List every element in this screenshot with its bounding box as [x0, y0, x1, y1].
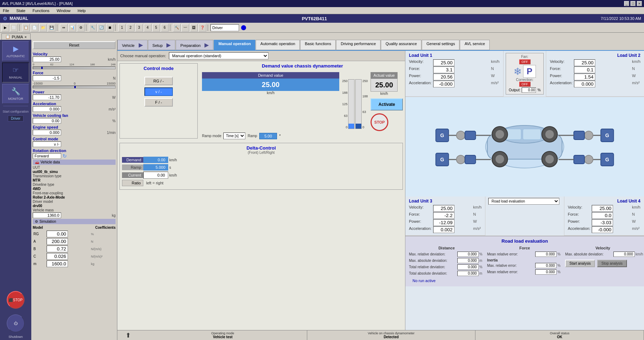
engine-speed-input[interactable]: [33, 130, 61, 135]
power-input[interactable]: [33, 95, 61, 100]
tab-setup[interactable]: Setup ▶: [148, 40, 176, 50]
shutdown-button[interactable]: ⏻: [7, 314, 25, 332]
driver-input[interactable]: [211, 24, 239, 31]
lu3-velocity-unit: km/h: [473, 205, 481, 212]
tab-driving-performance[interactable]: Driving performance: [336, 40, 380, 50]
toolbar-btn-2[interactable]: ⬜: [10, 24, 18, 32]
tab-preparation[interactable]: Preparation ▶: [176, 40, 213, 50]
toolbar-btn-15[interactable]: 3: [135, 24, 143, 32]
tab-basic-functions[interactable]: Basic functions: [300, 40, 336, 50]
rotation-direction-label: Rotation direction: [33, 149, 116, 153]
minimize-button[interactable]: _: [624, 1, 629, 6]
acceleration-label: Acceleration: [33, 102, 116, 106]
tab-avl-service[interactable]: AVL service: [460, 40, 489, 50]
toolbar-btn-21[interactable]: 🖼: [190, 24, 198, 32]
toolbar-btn-11[interactable]: 🔄: [97, 24, 105, 32]
rl-force-val-1[interactable]: [535, 252, 557, 257]
rl-inertia-val-2[interactable]: [535, 269, 557, 275]
velocity-slider[interactable]: [33, 66, 116, 69]
force-input[interactable]: [33, 75, 61, 81]
force-slider[interactable]: [33, 86, 116, 88]
sidebar-monitor[interactable]: 🔧 MONITOR: [2, 84, 29, 104]
activate-button[interactable]: Activate: [371, 98, 403, 110]
ctrl-btn-f[interactable]: F / -: [144, 98, 173, 107]
driver-model-value: drv00: [33, 204, 42, 208]
config-value[interactable]: Driver: [8, 115, 24, 122]
menu-functions[interactable]: Functions: [31, 8, 51, 13]
velocity-input[interactable]: [33, 56, 61, 62]
coef-val-m[interactable]: [47, 260, 68, 267]
toolbar-btn-13[interactable]: 1: [118, 24, 126, 32]
rl-dist-val-2[interactable]: [457, 258, 479, 263]
stop-analysis-button[interactable]: Stop analysis: [597, 260, 627, 267]
tab-general-settings[interactable]: General settings: [422, 40, 459, 50]
rl-dist-val-1[interactable]: [457, 252, 479, 257]
ramp-mode-select[interactable]: Time [s]: [223, 133, 245, 139]
road-load-eval-select[interactable]: Road load evaluation: [488, 198, 559, 205]
puma-tab-close[interactable]: ×: [25, 35, 27, 39]
tab-manual-operation[interactable]: Manual operation: [214, 40, 255, 50]
coef-val-c[interactable]: [47, 253, 68, 260]
rl-dist-val-4[interactable]: [457, 271, 479, 276]
toolbar-btn-10[interactable]: 🔧: [89, 24, 97, 32]
toolbar-btn-20[interactable]: 〰: [181, 24, 189, 32]
start-analysis-button[interactable]: Start analysis: [565, 260, 595, 267]
toolbar-btn-6[interactable]: 💾: [48, 24, 55, 32]
menu-file[interactable]: File: [1, 8, 11, 13]
vehicle-mass-input[interactable]: [33, 212, 61, 218]
menu-window[interactable]: Window: [55, 8, 72, 13]
toolbar-btn-5[interactable]: 📁: [39, 24, 47, 32]
rotation-icon[interactable]: ↻: [63, 153, 67, 159]
rl-inertia-val-1[interactable]: [535, 263, 557, 268]
coef-val-a[interactable]: [47, 238, 68, 245]
toolbar-btn-14[interactable]: 2: [127, 24, 134, 32]
stop-button[interactable]: ⬛ STOP: [7, 291, 25, 309]
stop-circle-button[interactable]: STOP: [371, 113, 388, 131]
toolbar-btn-8[interactable]: 📊: [68, 24, 76, 32]
fan-off-button[interactable]: OFF: [519, 59, 531, 64]
operation-select[interactable]: Manual operation (standard): [169, 52, 268, 59]
toolbar-btn-1[interactable]: ▶: [1, 24, 9, 32]
menu-help[interactable]: Help: [76, 8, 87, 13]
toolbar-btn-18[interactable]: 6: [161, 24, 169, 32]
maximize-button[interactable]: □: [630, 1, 635, 6]
fan-correction-off-button[interactable]: OFF: [519, 82, 531, 87]
coef-val-rg[interactable]: [47, 231, 68, 237]
load-units-bottom-row: Load Unit 3 Velocity: km/h Force: N Powe…: [405, 196, 644, 236]
acceleration-input[interactable]: [33, 106, 61, 112]
tab-automatic-operation[interactable]: Automatic operation: [256, 40, 300, 50]
toolbar-btn-3[interactable]: 📋: [22, 24, 30, 32]
ctrl-btn-v[interactable]: v / -: [144, 87, 173, 96]
vehicle-cooling-fan-input[interactable]: [33, 118, 61, 124]
sidebar-automatic[interactable]: ▶ AUTOMATIC: [2, 41, 29, 61]
delta-demand-value[interactable]: [143, 157, 168, 163]
toolbar-btn-17[interactable]: 5: [152, 24, 160, 32]
coef-val-b[interactable]: [47, 245, 68, 252]
sidebar-manual[interactable]: ☞ MANUAL: [2, 63, 29, 82]
toolbar-btn-9[interactable]: ⚙: [77, 24, 85, 32]
puma-tab[interactable]: 📋 PUMA ×: [1, 33, 31, 40]
reset-button[interactable]: Reset: [33, 41, 116, 49]
toolbar-btn-22[interactable]: ❓: [198, 24, 206, 32]
rl-vel-val-1[interactable]: [613, 252, 635, 257]
toolbar-btn-4[interactable]: 📄: [31, 24, 38, 32]
ctrl-btn-rg[interactable]: RG / -: [144, 77, 173, 85]
rl-dist-val-3[interactable]: [457, 264, 479, 270]
tab-quality-assurance[interactable]: Quality assurance: [381, 40, 421, 50]
status-upload[interactable]: ⬆: [117, 330, 139, 340]
close-button[interactable]: ×: [637, 1, 642, 6]
sidebar-automatic-label: AUTOMATIC: [6, 54, 25, 58]
toolbar-btn-7[interactable]: ⇔: [60, 24, 68, 32]
toolbar-btn-19[interactable]: 🔨: [173, 24, 181, 32]
svg-rect-5: [523, 129, 541, 140]
front-rear-value-row: Roller 2-Axle-Mode: [33, 195, 116, 199]
tab-basic-label: Basic functions: [305, 42, 331, 46]
toolbar-btn-16[interactable]: 4: [144, 24, 151, 32]
toolbar-btn-12[interactable]: ⏹: [106, 24, 114, 32]
lu3-accel-label: Acceleration:: [409, 226, 432, 233]
stop-label: STOP: [13, 298, 22, 302]
fan-output-value: [522, 87, 536, 93]
menu-state[interactable]: State: [15, 8, 27, 13]
tab-vehicle[interactable]: Vehicle ▶: [117, 40, 148, 50]
delta-ramp-value[interactable]: [143, 164, 168, 171]
